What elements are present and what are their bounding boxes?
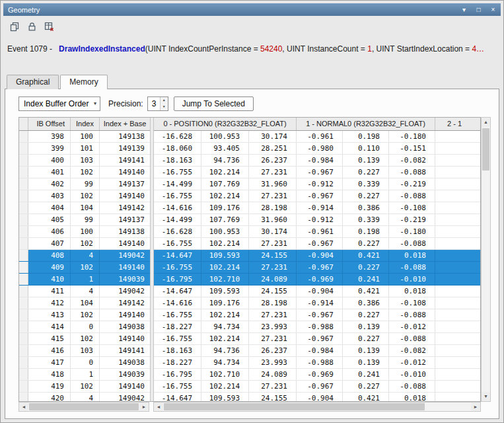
table-row[interactable]: -16.795102.71024.089-0.9690.241-0.010 bbox=[154, 369, 480, 381]
table-row[interactable]: -14.647109.59324.155-0.9040.4210.018 bbox=[154, 250, 480, 262]
tab-memory[interactable]: Memory bbox=[60, 75, 107, 89]
table-row[interactable]: 416103149141 bbox=[19, 345, 150, 357]
table-row[interactable]: 413102149140 bbox=[19, 309, 150, 321]
row-selector[interactable] bbox=[19, 309, 28, 321]
lock-icon[interactable] bbox=[26, 20, 38, 32]
left-horizontal-scroll-thumb[interactable] bbox=[29, 403, 139, 410]
table-row[interactable]: 409102149140 bbox=[19, 262, 150, 274]
table-row[interactable]: -16.755102.21427.231-0.9670.227-0.088 bbox=[154, 333, 480, 345]
table-row[interactable]: 401102149140 bbox=[19, 167, 150, 178]
vertical-scrollbar[interactable]: ▲ ▼ bbox=[481, 117, 491, 402]
header-ib-offset[interactable]: IB Offset bbox=[28, 118, 71, 130]
header-position0[interactable]: 0 - POSITION0 (R32G32B32_FLOAT) bbox=[154, 118, 297, 130]
table-row[interactable]: -16.628100.95330.174-0.9610.198-0.180 bbox=[154, 226, 480, 238]
scroll-right-icon[interactable]: ► bbox=[471, 403, 480, 411]
table-row[interactable]: 4204149042 bbox=[19, 393, 150, 401]
window-position-icon[interactable]: ▾ bbox=[460, 6, 468, 13]
table-row[interactable]: 398100149138 bbox=[19, 131, 150, 143]
row-selector[interactable] bbox=[19, 321, 28, 332]
vertical-scroll-thumb[interactable] bbox=[482, 128, 489, 171]
table-row[interactable]: 419102149140 bbox=[19, 381, 150, 393]
duplicate-window-icon[interactable] bbox=[9, 20, 20, 32]
table-row[interactable]: 406100149138 bbox=[19, 226, 150, 238]
table-row[interactable]: -16.795102.71024.089-0.9690.241-0.010 bbox=[154, 274, 480, 286]
table-row[interactable]: 4140149038 bbox=[19, 321, 150, 333]
scroll-down-icon[interactable]: ▼ bbox=[482, 392, 490, 401]
table-row[interactable]: -16.755102.21427.231-0.9670.227-0.088 bbox=[154, 167, 480, 178]
row-selector[interactable] bbox=[19, 202, 28, 213]
table-row[interactable]: 404104149142 bbox=[19, 202, 150, 214]
row-selector[interactable] bbox=[19, 297, 28, 309]
table-row[interactable]: -16.628100.95330.174-0.9610.198-0.180 bbox=[154, 131, 480, 143]
table-row[interactable]: 403102149140 bbox=[19, 190, 150, 202]
scroll-up-icon[interactable]: ▲ bbox=[482, 118, 490, 127]
header-index[interactable]: Index bbox=[71, 118, 100, 130]
table-row[interactable]: -18.16394.73626.237-0.9840.139-0.082 bbox=[154, 345, 480, 357]
row-selector[interactable] bbox=[19, 286, 28, 297]
table-row[interactable]: -14.616109.17628.198-0.9140.386-0.108 bbox=[154, 297, 480, 309]
spinner-down-icon[interactable]: ▼ bbox=[161, 104, 168, 110]
row-selector[interactable] bbox=[19, 262, 28, 273]
table-row[interactable]: -16.755102.21427.231-0.9670.227-0.088 bbox=[154, 262, 480, 274]
table-row[interactable]: -14.647109.59324.155-0.9040.4210.018 bbox=[154, 286, 480, 297]
table-row[interactable]: 415102149140 bbox=[19, 333, 150, 345]
table-row[interactable]: -14.499107.76931.960-0.9120.339-0.219 bbox=[154, 214, 480, 226]
row-selector[interactable] bbox=[19, 143, 28, 154]
index-buffer-order-dropdown[interactable]: Index Buffer Order ▾ bbox=[18, 96, 100, 111]
right-horizontal-scroll-thumb[interactable] bbox=[164, 403, 425, 410]
table-row[interactable]: 40299149137 bbox=[19, 178, 150, 190]
table-row[interactable]: -16.755102.21427.231-0.9670.227-0.088 bbox=[154, 309, 480, 321]
row-selector[interactable] bbox=[19, 238, 28, 249]
table-row[interactable]: 4181149039 bbox=[19, 369, 150, 381]
table-row[interactable]: 40599149137 bbox=[19, 214, 150, 226]
header-normal0[interactable]: 1 - NORMAL0 (R32G32B32_FLOAT) bbox=[297, 118, 435, 130]
table-row[interactable]: -16.755102.21427.231-0.9670.227-0.088 bbox=[154, 381, 480, 393]
row-selector[interactable] bbox=[19, 131, 28, 142]
row-selector[interactable] bbox=[19, 381, 28, 392]
table-row[interactable]: 400103149141 bbox=[19, 155, 150, 167]
table-row[interactable]: -14.616109.17628.198-0.9140.386-0.108 bbox=[154, 202, 480, 214]
row-selector[interactable] bbox=[19, 155, 28, 166]
row-selector[interactable] bbox=[19, 369, 28, 380]
jump-to-selected-button[interactable]: Jump To Selected bbox=[174, 96, 254, 111]
table-row[interactable]: 4101149039 bbox=[19, 274, 150, 286]
row-selector[interactable] bbox=[19, 190, 28, 202]
row-selector[interactable] bbox=[19, 250, 28, 261]
spinner-up-icon[interactable]: ▲ bbox=[161, 97, 168, 104]
scroll-left-icon[interactable]: ◄ bbox=[154, 403, 163, 411]
table-row[interactable]: 4084149042 bbox=[19, 250, 150, 262]
scroll-right-icon[interactable]: ► bbox=[139, 403, 149, 411]
row-selector[interactable] bbox=[19, 357, 28, 368]
table-row[interactable]: 407102149140 bbox=[19, 238, 150, 250]
table-row[interactable]: -14.647109.59324.155-0.9040.4210.018 bbox=[154, 393, 480, 401]
header-index-base[interactable]: Index + Base bbox=[100, 118, 150, 130]
header-next-attribute[interactable]: 2 - 1 bbox=[435, 118, 480, 130]
row-selector[interactable] bbox=[19, 393, 28, 401]
tab-graphical[interactable]: Graphical bbox=[7, 75, 59, 89]
table-row[interactable]: 399101149139 bbox=[19, 143, 150, 155]
precision-spinner[interactable]: 3 ▲ ▼ bbox=[147, 96, 168, 111]
titlebar[interactable]: Geometry ▾ □ × bbox=[3, 3, 501, 16]
row-selector[interactable] bbox=[19, 345, 28, 356]
table-row[interactable]: -18.22794.73423.993-0.9880.139-0.012 bbox=[154, 357, 480, 369]
table-row[interactable]: -16.755102.21427.231-0.9670.227-0.088 bbox=[154, 190, 480, 202]
close-icon[interactable]: × bbox=[489, 6, 497, 13]
row-selector[interactable] bbox=[19, 214, 28, 225]
table-row[interactable]: 412104149142 bbox=[19, 297, 150, 309]
table-row[interactable]: -14.499107.76931.960-0.9120.339-0.219 bbox=[154, 178, 480, 190]
row-selector[interactable] bbox=[19, 167, 28, 178]
maximize-icon[interactable]: □ bbox=[474, 6, 483, 13]
export-buffer-icon[interactable] bbox=[43, 20, 55, 32]
row-selector[interactable] bbox=[19, 226, 28, 237]
row-selector[interactable] bbox=[19, 333, 28, 344]
table-row[interactable]: 4114149042 bbox=[19, 286, 150, 297]
table-row[interactable]: -18.22794.73423.993-0.9880.139-0.012 bbox=[154, 321, 480, 333]
scroll-left-icon[interactable]: ◄ bbox=[19, 403, 28, 411]
right-horizontal-scrollbar[interactable]: ◄ ► bbox=[153, 402, 481, 412]
table-row[interactable]: -16.755102.21427.231-0.9670.227-0.088 bbox=[154, 238, 480, 250]
row-selector[interactable] bbox=[19, 178, 28, 190]
table-row[interactable]: 4170149038 bbox=[19, 357, 150, 369]
row-selector[interactable] bbox=[19, 274, 28, 285]
left-horizontal-scrollbar[interactable]: ◄ ► bbox=[18, 402, 149, 412]
table-row[interactable]: -18.06093.40528.251-0.9800.110-0.151 bbox=[154, 143, 480, 155]
